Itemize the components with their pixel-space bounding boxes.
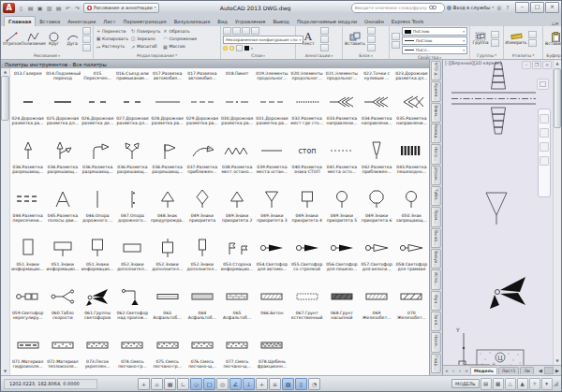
polyline-button[interactable]: Полилиния [23, 32, 44, 47]
binoculars-icon[interactable] [429, 5, 436, 10]
workspace-switch-icon[interactable]: ☼ [529, 378, 540, 390]
palette-item[interactable]: 028.Дорожная разметка ра... [150, 87, 185, 136]
palette-item[interactable]: 052.Знаки дополнител... [115, 233, 150, 282]
layer-color-swatch[interactable] [244, 46, 249, 51]
panel-groups-label[interactable]: Группы [470, 51, 503, 59]
undo-icon[interactable]: ↶ [64, 4, 72, 12]
palette-item[interactable]: 074.Смесь песчано-гр... [115, 330, 150, 379]
palette-item[interactable]: 031.Дорожная разметка ра... [255, 87, 289, 136]
layout-tab-Лист1[interactable]: Лист1 [498, 367, 520, 374]
layer-isolate-icon[interactable] [242, 27, 250, 35]
insert-block-button[interactable]: Вставить [345, 32, 365, 47]
ribbon-tab-Вид[interactable]: Вид [214, 17, 231, 26]
palette-item[interactable]: 039.Разметка места остан... [255, 136, 289, 184]
palette-item[interactable]: 067.Грунт естественный [289, 282, 324, 330]
palette-tab-Накл[interactable]: Накл... [431, 332, 441, 352]
panel-annotation-label[interactable]: Аннотации [296, 52, 342, 59]
palette-item[interactable]: 016.Съезд или примыкание... [115, 68, 150, 87]
ribbon-tab-Express Tools[interactable]: Express Tools [388, 17, 428, 26]
ribbon-tab-Подключаемые модули[interactable]: Подключаемые модули [293, 17, 361, 26]
circle-button[interactable]: Круг [46, 32, 63, 47]
ribbon-tab-Визуализация[interactable]: Визуализация [170, 17, 214, 26]
palette-item[interactable]: 036.Разметка разрешающ... [45, 136, 80, 184]
palette-tab-Выно[interactable]: Выно... [431, 228, 441, 248]
scroll-down-icon[interactable]: ▼ [555, 357, 558, 365]
palette-item[interactable]: 071.Материал гидроизоля... [10, 330, 45, 379]
palette-item[interactable]: 068.Грунт насыпной [324, 282, 359, 330]
palette-tab-Штрих[interactable]: Штрих... [431, 166, 441, 185]
scrollbar-thumb[interactable] [554, 68, 561, 128]
palette-item[interactable]: 035.Разметка направлени... [394, 87, 429, 136]
annotation-visibility-icon[interactable]: ▲ [517, 378, 528, 390]
dynamic-input-icon[interactable]: + [256, 378, 268, 390]
navigation-bar[interactable] [538, 109, 551, 197]
line-button[interactable]: Отрезок [3, 32, 22, 47]
scroll-up-icon[interactable]: ▲ [555, 60, 558, 67]
palette-tab-Элем[interactable]: Элем... [431, 103, 441, 123]
quick-properties-icon[interactable]: ▯ [295, 378, 307, 390]
modify-button-rotate[interactable]: ↻Повернуть [130, 28, 160, 34]
palette-header[interactable]: Палитры инструментов - Все палитры [1, 60, 429, 68]
snap-mode-icon[interactable]: ▫ [151, 378, 163, 390]
hatch-tool-icon[interactable] [82, 44, 91, 51]
palette-item[interactable]: 044.Разметка пересечени... [10, 184, 45, 233]
dimension-tool-icon[interactable] [320, 27, 329, 35]
ribbon-tab-Онлайн[interactable]: Онлайн [361, 17, 388, 26]
panel-utilities-label[interactable]: Утилиты [504, 51, 542, 59]
palette-item[interactable]: 058.Светофор для трамвая [394, 233, 429, 282]
ribbon-tab-Главная[interactable]: Главная [4, 16, 36, 26]
palette-item[interactable]: 013.Галерея [10, 68, 45, 87]
layout-nav-icon-3[interactable]: » [464, 368, 469, 373]
viewport-controls-label[interactable]: [-][Верхний][2D каркас] [445, 61, 501, 65]
modify-button-array[interactable]: ▦Массив [162, 44, 197, 50]
ortho-mode-icon[interactable]: ∟ [177, 378, 189, 390]
palette-item[interactable]: 076.Смесь песчано-щ... [185, 330, 219, 379]
palette-item[interactable]: 015 Пересечен... [81, 68, 115, 87]
palette-tab-УГО д[interactable]: УГО д... [431, 61, 441, 80]
open-icon[interactable]: ▤ [26, 4, 35, 12]
sign-in-button[interactable]: Вход в службы ▾ [447, 5, 494, 10]
palette-item[interactable]: 063 Асфальтоб... [150, 282, 185, 330]
palette-item[interactable]: 018.Пикет [220, 68, 255, 87]
full-navigation-wheel-icon[interactable] [540, 114, 549, 123]
text-button[interactable]: А Текст [298, 32, 318, 47]
palette-item[interactable]: 017.Развязка автомобил... [150, 68, 185, 87]
layout-tab-Ли[interactable]: Ли [520, 367, 533, 374]
palette-item[interactable]: 053.Сторона информацио... [220, 233, 255, 282]
point-style-icon[interactable] [528, 39, 537, 47]
palette-item[interactable]: 065 Асфальтоб... [220, 282, 255, 330]
palette-item[interactable]: 036.Разметка разрешающ... [81, 136, 115, 184]
ribbon-tab-Параметризация[interactable]: Параметризация [119, 17, 170, 26]
palette-item[interactable]: 061.Группы светофоров [81, 282, 115, 330]
plot-icon[interactable]: ▤ [54, 4, 63, 12]
panel-clipboard-label[interactable]: Буфер обмена [543, 51, 561, 59]
ribbon-tab-Вставка[interactable]: Вставка [36, 17, 64, 26]
properties-list-icon[interactable] [392, 41, 400, 49]
palette-item[interactable]: 036.Разметка разрешающ... [10, 136, 45, 184]
panel-layers-label[interactable]: Слои [221, 52, 295, 59]
layer-on-icon[interactable] [223, 46, 228, 51]
status-menu-icon[interactable]: ▾ [541, 378, 553, 390]
palette-item[interactable]: 069 Железобет... [360, 282, 394, 330]
close-icon[interactable]: × [545, 2, 559, 13]
palette-item[interactable]: 017.Развязка автомобил... [185, 68, 219, 87]
modify-button-fillet[interactable]: ◠Сопряжение [162, 36, 197, 41]
save-as-icon[interactable]: ▥ [45, 4, 53, 12]
layer-lock-icon[interactable] [236, 45, 243, 51]
palette-item[interactable]: 052.Знаки дополнител... [150, 233, 185, 282]
polar-tracking-icon[interactable]: ◇ [190, 378, 202, 390]
palette-item[interactable]: 019.Элементы продольног... [255, 68, 289, 87]
scrollbar-thumb[interactable] [1, 76, 9, 121]
palette-item[interactable]: 049.Знаки приоритета 2 [220, 184, 255, 233]
palette-item[interactable]: 022.Точки с нулевым ... [360, 68, 394, 87]
palette-item[interactable]: 050.Знак запрещающ... [394, 184, 429, 233]
palette-item[interactable]: 078.Щебень фракционн... [255, 330, 289, 379]
create-block-icon[interactable] [367, 36, 376, 43]
pan-icon[interactable] [540, 128, 549, 138]
palette-item[interactable]: 023.Дорожная разметка дл... [394, 68, 429, 87]
selection-cycling-icon[interactable]: ◔ [308, 378, 320, 390]
palette-tab-Гидр[interactable]: Гидр... [431, 354, 441, 373]
palette-item[interactable]: 049.Знаки приоритета 3 [255, 184, 289, 233]
scroll-down-icon[interactable]: ▼ [4, 368, 7, 375]
model-space-button[interactable]: МОДЕЛЬ [451, 379, 480, 388]
